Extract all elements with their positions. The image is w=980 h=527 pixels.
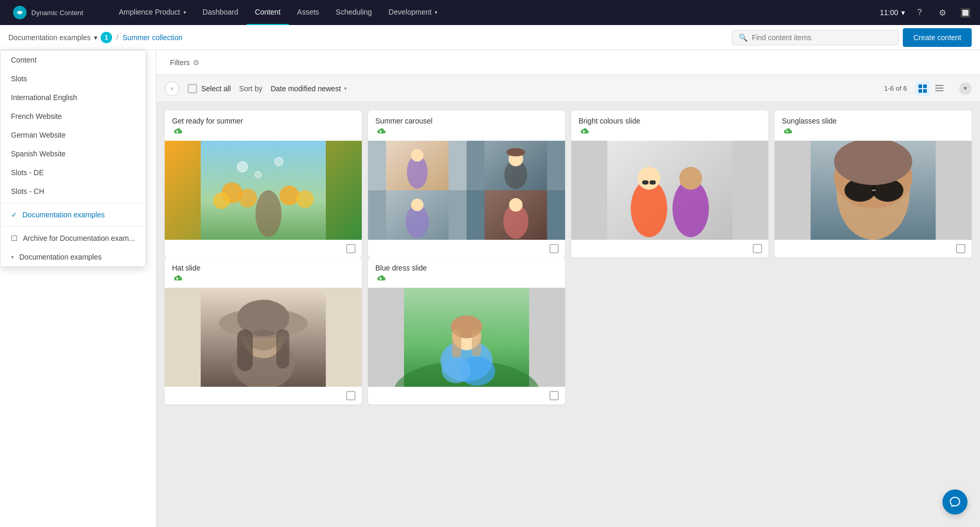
nav-dashboard[interactable]: Dashboard: [194, 0, 247, 25]
dropdown-label: German Website: [11, 131, 66, 139]
card-title: Summer carousel: [375, 117, 558, 125]
hub-dropdown: Content Slots International English Fren…: [0, 50, 146, 267]
card-sunglasses[interactable]: Sunglasses slide: [775, 111, 972, 258]
card-checkbox[interactable]: [346, 391, 356, 400]
cloud-sync-icon: [172, 274, 354, 284]
card-checkbox[interactable]: [753, 244, 762, 253]
svg-rect-58: [452, 329, 461, 358]
nav-content-label: Content: [255, 8, 280, 16]
app-logo[interactable]: Dynamic Content: [6, 5, 111, 20]
card-checkbox[interactable]: [549, 391, 559, 400]
list-view-button[interactable]: [932, 81, 947, 96]
top-nav: Dynamic Content Amplience Product ▾ Dash…: [0, 0, 980, 25]
svg-point-13: [279, 186, 299, 205]
main-layout: ▾ Documentation examples DC Extension Pe…: [0, 50, 980, 527]
breadcrumb-parent-dropdown[interactable]: Documentation examples ▾ 1: [8, 32, 112, 43]
breadcrumb-dropdown-icon: ▾: [94, 33, 97, 42]
grid-view-button[interactable]: [915, 81, 930, 96]
card-blue-dress[interactable]: Blue dress slide: [368, 258, 565, 405]
sort-by-label: Sort by: [239, 84, 262, 93]
svg-point-17: [255, 171, 261, 178]
settings-icon[interactable]: ⚙: [934, 4, 951, 21]
card-image: [165, 288, 362, 387]
nav-right-area: 11:00 ▾ ? ⚙ 🔲: [880, 4, 974, 21]
nav-amplience-label: Amplience Product: [119, 8, 180, 16]
card-checkbox[interactable]: [549, 244, 559, 253]
expand-panel-button[interactable]: ▾: [959, 82, 972, 95]
nav-dashboard-label: Dashboard: [203, 8, 239, 16]
chevron-down-icon: ▾: [183, 9, 186, 15]
dropdown-archive-item[interactable]: ☐ Archive for Documentation exam...: [1, 229, 145, 248]
dropdown-item-spanish[interactable]: Spanish Website: [1, 144, 145, 163]
svg-point-30: [509, 198, 523, 212]
select-all[interactable]: Select all: [188, 84, 231, 93]
clock-dropdown-icon[interactable]: ▾: [901, 8, 905, 17]
dropdown-divider: [1, 203, 145, 203]
svg-rect-34: [642, 180, 648, 185]
dropdown-item-german[interactable]: German Website: [1, 126, 145, 144]
chatbot-button[interactable]: [942, 489, 967, 514]
dropdown-item-slots-ch[interactable]: Slots - CH: [1, 182, 145, 201]
notifications-icon[interactable]: 🔲: [957, 4, 974, 21]
svg-point-27: [411, 199, 424, 211]
dropdown-label: Documentation examples: [19, 253, 102, 261]
nav-development[interactable]: Development ▾: [380, 0, 446, 25]
dropdown-docs-folder[interactable]: ▾ Documentation examples: [1, 248, 145, 266]
nav-development-label: Development: [388, 8, 432, 16]
card-title: Bright colours slide: [579, 117, 761, 125]
cloud-sync-icon: [375, 274, 558, 284]
sort-arrow-icon: ▾: [344, 85, 347, 91]
help-icon[interactable]: ?: [911, 4, 928, 21]
cloud-sync-icon: [375, 127, 558, 137]
card-hat-slide[interactable]: Hat slide: [165, 258, 362, 405]
nav-scheduling[interactable]: Scheduling: [327, 0, 380, 25]
svg-rect-1: [918, 84, 922, 88]
card-checkbox[interactable]: [346, 244, 356, 253]
sort-bar: ‹ Select all Sort by Date modified newes…: [156, 75, 980, 102]
nav-assets[interactable]: Assets: [289, 0, 327, 25]
dropdown-item-slots-de[interactable]: Slots - DE: [1, 163, 145, 182]
svg-rect-7: [935, 90, 944, 91]
select-all-checkbox[interactable]: [188, 84, 197, 93]
dropdown-item-docs[interactable]: ✓ Documentation examples: [1, 205, 145, 224]
card-title: Hat slide: [172, 264, 354, 272]
nav-scheduling-label: Scheduling: [336, 8, 372, 16]
svg-rect-35: [650, 180, 656, 185]
search-box[interactable]: 🔍: [732, 30, 899, 45]
filters-button[interactable]: Filters ⚙: [165, 55, 205, 70]
chevron-down-icon: ▾: [435, 9, 437, 15]
dropdown-item-intl-english[interactable]: International English: [1, 88, 145, 107]
dropdown-item-slots[interactable]: Slots: [1, 69, 145, 88]
card-header: Summer carousel: [368, 111, 565, 141]
card-header: Get ready for summer: [165, 111, 362, 141]
card-get-ready[interactable]: Get ready for summer: [165, 111, 362, 258]
grid-row-2: Hat slide: [165, 258, 972, 405]
clock-display: 11:00 ▾: [880, 8, 905, 17]
card-checkbox[interactable]: [956, 244, 965, 253]
svg-point-33: [638, 167, 660, 190]
checkmark-icon: ✓: [11, 211, 17, 219]
svg-rect-6: [935, 88, 944, 89]
collapse-button[interactable]: ‹: [165, 81, 179, 96]
app-title: Dynamic Content: [31, 9, 83, 17]
nav-amplience-product[interactable]: Amplience Product ▾: [111, 0, 194, 25]
create-content-button[interactable]: Create content: [903, 28, 972, 47]
card-bright-colours[interactable]: Bright colours slide: [571, 111, 768, 258]
svg-point-16: [275, 157, 283, 166]
nav-content[interactable]: Content: [247, 0, 289, 25]
dropdown-item-content[interactable]: Content: [1, 51, 145, 69]
card-image: [368, 141, 565, 240]
breadcrumb-badge: 1: [101, 32, 112, 43]
filter-icon: ⚙: [193, 58, 200, 67]
card-title: Blue dress slide: [375, 264, 558, 272]
card-image: [368, 288, 565, 387]
dropdown-item-french[interactable]: French Website: [1, 107, 145, 126]
select-all-label: Select all: [201, 84, 231, 93]
sort-dropdown[interactable]: Date modified newest ▾: [271, 84, 347, 93]
card-image: [775, 141, 972, 240]
items-count: 1-6 of 6: [884, 84, 907, 92]
sort-value: Date modified newest: [271, 84, 341, 93]
search-input[interactable]: [752, 33, 892, 42]
card-title: Sunglasses slide: [782, 117, 964, 125]
card-summer-carousel[interactable]: Summer carousel: [368, 111, 565, 258]
